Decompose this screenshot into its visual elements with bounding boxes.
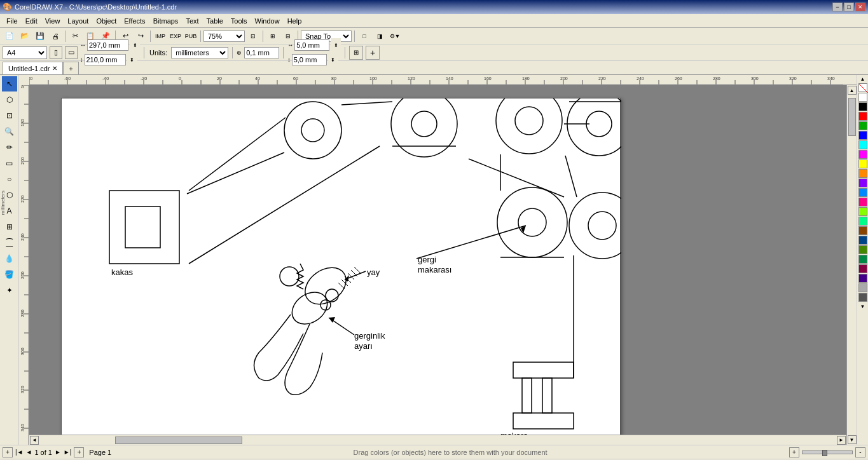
tab-add[interactable]: + [63,62,78,74]
eyedropper-tool[interactable]: 💧 [2,251,17,266]
tab-untitled[interactable]: Untitled-1.cdr ✕ [3,62,63,74]
palette-magenta[interactable] [858,150,867,159]
hscroll-left[interactable]: ◄ [30,436,39,445]
nav-next-last[interactable]: ►| [64,449,72,456]
text-tool[interactable]: A [2,203,17,219]
polygon-tool[interactable]: ⬡ [2,187,17,203]
palette-teal[interactable] [858,217,867,226]
palette-lime[interactable] [858,207,867,216]
palette-light-blue[interactable] [858,188,867,197]
palette-gray1[interactable] [858,283,867,292]
palette-scroll-up[interactable]: ▲ [860,76,865,82]
palette-brown[interactable] [858,226,867,235]
palette-purple[interactable] [858,179,867,187]
horizontal-scrollbar[interactable]: ◄ ► [29,435,846,445]
zoom-fit-button[interactable]: ⊡ [246,29,260,43]
selector-tool[interactable]: ↖ [2,76,17,91]
palette-olive[interactable] [858,245,867,254]
nav-prev-first[interactable]: |◄ [15,449,24,456]
landscape-button[interactable]: ▭ [65,46,78,59]
parallel-tool[interactable]: ⁐ [2,235,17,250]
menu-item-object[interactable]: Object [92,16,120,26]
menu-item-table[interactable]: Table [203,16,227,26]
units-combo[interactable]: millimeters [171,47,228,58]
palette-scroll-down[interactable]: ▼ [860,304,865,309]
view-btn1[interactable]: □ [357,29,371,43]
palette-blue[interactable] [858,131,867,140]
nav-add-page2[interactable]: + [74,447,84,457]
freehand-tool[interactable]: ✏ [2,140,17,155]
palette-orange[interactable] [858,169,867,178]
save-button[interactable]: 💾 [33,29,47,43]
maximize-button[interactable]: □ [844,3,854,11]
nudge-input[interactable] [244,47,279,58]
ellipse-tool[interactable]: ○ [2,172,17,187]
zoom-slider[interactable] [802,450,853,454]
palette-white[interactable] [858,93,867,102]
menu-item-view[interactable]: View [41,16,64,26]
palette-black[interactable] [858,102,867,111]
minimize-button[interactable]: − [832,3,843,11]
palette-gray2[interactable] [858,293,867,302]
menu-item-tools[interactable]: Tools [227,16,251,26]
zoom-out-btn[interactable]: - [855,447,865,457]
vscroll-thumb[interactable] [848,98,856,136]
vertical-scrollbar[interactable]: ▲ ▼ [846,85,857,445]
zoom-combo[interactable]: 75%50%100% [203,30,245,42]
menu-item-file[interactable]: File [3,16,22,26]
new-button[interactable]: 📄 [3,29,17,43]
nav-prev[interactable]: ◄ [26,449,32,456]
tab-close-icon[interactable]: ✕ [52,65,57,72]
open-button[interactable]: 📂 [18,29,32,43]
print-button[interactable]: 🖨 [48,29,62,43]
table-tool[interactable]: ⊞ [2,219,17,234]
vscroll-down[interactable]: ▼ [848,435,857,444]
palette-no-fill[interactable] [858,83,867,92]
grid-settings-button[interactable]: ⊞ [349,46,363,60]
crop-tool[interactable]: ⊡ [2,108,17,123]
canvas-scroll[interactable]: kakas [29,85,857,445]
portrait-button[interactable]: ▯ [50,46,62,59]
page-height-input[interactable] [85,54,126,65]
import-button[interactable]: IMP [153,29,167,43]
vscroll-up[interactable]: ▲ [848,86,857,95]
menu-item-bitmaps[interactable]: Bitmaps [149,16,183,26]
nav-next[interactable]: ► [55,449,61,456]
snap-grid-button[interactable]: ⊞ [266,29,280,43]
options-button[interactable]: ⚙▼ [388,29,402,43]
hscroll-right[interactable]: ► [837,436,846,445]
palette-dark-purple[interactable] [858,264,867,273]
page-width-input[interactable] [87,39,128,51]
width-adjust-button[interactable]: ⬍ [130,38,140,52]
menu-item-window[interactable]: Window [251,16,284,26]
view-btn2[interactable]: ◨ [373,29,387,43]
menu-item-help[interactable]: Help [284,16,306,26]
hscroll-thumb[interactable] [115,436,242,444]
zoom-slider-thumb[interactable] [822,450,827,456]
palette-pink[interactable] [858,198,867,206]
rectangle-tool[interactable]: ▭ [2,156,17,171]
grid-h-adjust[interactable]: ⬍ [331,38,341,52]
palette-green[interactable] [858,121,867,130]
nav-add-page[interactable]: + [3,447,13,457]
palette-dark-blue[interactable] [858,236,867,245]
grid-v-input[interactable] [292,54,327,65]
zoom-in-btn[interactable]: + [789,447,799,457]
zoom-tool[interactable]: 🔍 [2,124,17,139]
node-tool[interactable]: ⬡ [2,92,17,107]
palette-cyan[interactable] [858,140,867,149]
close-button[interactable]: ✕ [855,3,865,11]
menu-item-layout[interactable]: Layout [64,16,92,26]
height-adjust-button[interactable]: ⬍ [127,53,137,67]
add-page-button[interactable]: + [366,46,380,60]
interactive-tool[interactable]: ✦ [2,283,17,298]
palette-indigo[interactable] [858,274,867,283]
grid-h-input[interactable] [294,39,329,51]
page-size-combo[interactable]: A4 [3,46,47,59]
grid-v-adjust[interactable]: ⬍ [328,53,338,67]
fill-tool[interactable]: 🪣 [2,267,17,282]
menu-item-text[interactable]: Text [182,16,202,26]
menu-item-effects[interactable]: Effects [120,16,149,26]
palette-yellow[interactable] [858,159,867,168]
palette-dark-teal[interactable] [858,255,867,264]
